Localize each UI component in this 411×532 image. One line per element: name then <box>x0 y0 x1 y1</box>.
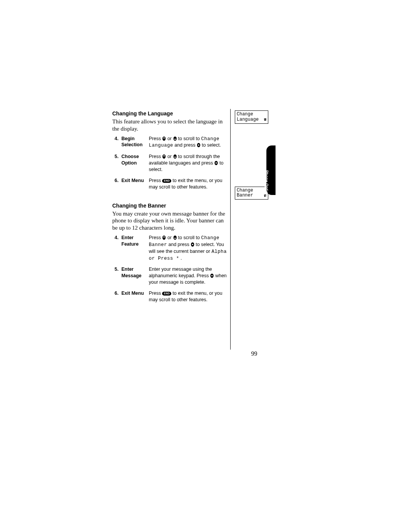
nav-select-icon <box>214 161 218 165</box>
step-label: Exit Menu <box>121 290 149 297</box>
step-label: Enter Message <box>121 266 149 279</box>
nav-down-icon <box>173 154 177 159</box>
screen-line: Change <box>237 112 266 117</box>
main-column: Changing the Language This feature allow… <box>112 110 230 308</box>
intro-change-banner: You may create your own message banner f… <box>112 210 230 232</box>
step-desc: Enter your message using the alphanumeri… <box>149 266 230 286</box>
screen-line: Banner <box>237 193 253 198</box>
screen-line: Language <box>237 117 259 123</box>
svg-point-17 <box>192 244 193 245</box>
step: 5. Enter Message Enter your message usin… <box>115 266 230 286</box>
section-tab: Phone Options <box>266 145 276 195</box>
step: 6. Exit Menu Press END to exit the menu,… <box>115 177 230 190</box>
nav-down-icon <box>173 235 177 240</box>
step-number: 4. <box>115 235 121 241</box>
phone-screen-language: Change Language ☎ <box>235 110 268 124</box>
svg-point-5 <box>198 145 199 146</box>
heading-change-banner: Changing the Banner <box>112 203 230 209</box>
step: 6. Exit Menu Press END to exit the menu,… <box>115 290 230 303</box>
nav-up-icon <box>162 235 166 240</box>
step-label: Exit Menu <box>121 177 149 184</box>
step-number: 6. <box>115 290 121 297</box>
nav-select-icon <box>191 242 194 247</box>
end-key-icon: END <box>162 292 171 296</box>
section-tab-label: Phone Options <box>264 170 269 198</box>
nav-up-icon <box>162 154 166 159</box>
step-number: 5. <box>115 266 121 273</box>
step-desc: Press END to exit the menu, or you may s… <box>149 177 230 190</box>
step-label: Choose Option <box>121 153 149 166</box>
nav-down-icon <box>173 136 177 141</box>
steps-banner: 4. Enter Feature Press or to scroll to C… <box>115 235 230 303</box>
intro-change-language: This feature allows you to select the la… <box>112 118 230 133</box>
step-desc: Press or to scroll through the available… <box>149 153 230 173</box>
svg-point-19 <box>211 275 213 276</box>
step-number: 5. <box>115 153 121 160</box>
step: 5. Choose Option Press or to scroll thro… <box>115 153 230 173</box>
phone-icon: ☎ <box>264 118 266 122</box>
phone-screen-banner: Change Banner ☎ <box>235 187 268 200</box>
steps-language: 4. Begin Selection Press or to scroll to… <box>115 136 230 190</box>
heading-change-language: Changing the Language <box>112 110 230 117</box>
page-number: 99 <box>251 350 257 357</box>
side-column: Change Language ☎ Change Banner ☎ <box>235 110 267 262</box>
column-divider <box>230 109 231 350</box>
screen-line: Change <box>237 188 266 193</box>
manual-page: Changing the Language This feature allow… <box>0 0 411 532</box>
end-key-icon: END <box>162 179 171 183</box>
step-desc: Press or to scroll to Change Banner and … <box>149 235 230 262</box>
step-label: Enter Feature <box>121 235 149 248</box>
step-desc: Press or to scroll to Change Language an… <box>149 136 230 149</box>
nav-select-icon <box>197 143 201 147</box>
nav-up-icon <box>162 136 166 141</box>
step-label: Begin Selection <box>121 136 149 149</box>
step-desc: Press END to exit the menu, or you may s… <box>149 290 230 303</box>
nav-select-icon <box>210 273 214 278</box>
step: 4. Begin Selection Press or to scroll to… <box>115 136 230 149</box>
step: 4. Enter Feature Press or to scroll to C… <box>115 235 230 262</box>
step-number: 6. <box>115 177 121 184</box>
step-number: 4. <box>115 136 121 142</box>
svg-point-11 <box>216 162 217 164</box>
